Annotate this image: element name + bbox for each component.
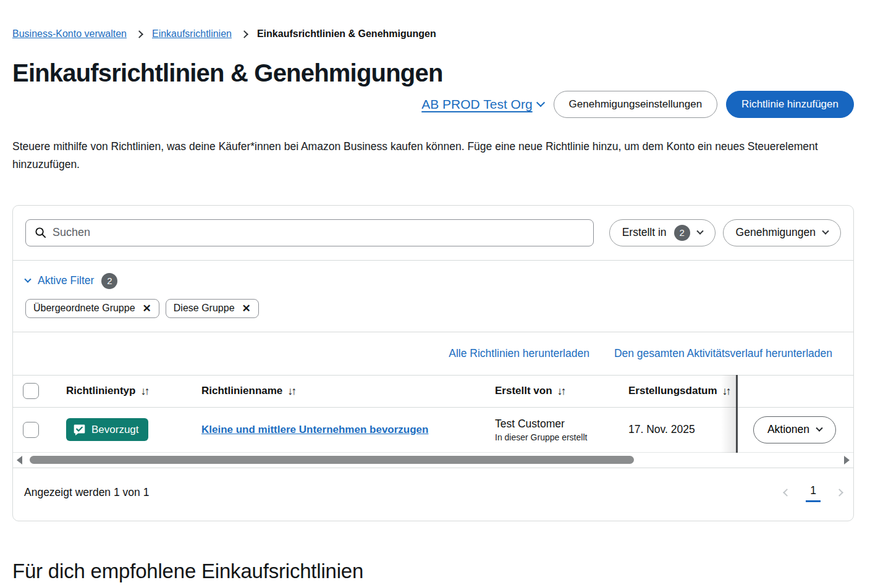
remove-filter-icon[interactable]: ✕: [242, 303, 251, 314]
filter-chip-label: Diese Gruppe: [174, 303, 235, 314]
policy-type-badge: Bevorzugt: [66, 418, 148, 441]
chevron-down-icon: [24, 275, 31, 282]
column-header-created-by[interactable]: Erstellt von ↓↑: [495, 385, 628, 398]
active-filters-toggle[interactable]: Aktive Filter 2: [25, 273, 117, 289]
page-number-current[interactable]: 1: [806, 483, 821, 502]
row-checkbox[interactable]: [23, 422, 39, 438]
header-checkbox-cell: [13, 383, 66, 399]
sort-icon[interactable]: ↓↑: [287, 385, 295, 398]
column-header-name[interactable]: Richtlinienname ↓↑: [201, 385, 495, 398]
pagination-row: Angezeigt werden 1 von 1 1: [13, 468, 853, 521]
column-header-label: Richtlinienname: [201, 385, 282, 397]
breadcrumb-link-business-account[interactable]: Business-Konto verwalten: [12, 28, 127, 40]
chevron-down-icon: [696, 227, 703, 234]
page-description: Steuere mithilfe von Richtlinien, was de…: [12, 138, 840, 174]
active-filters-label: Aktive Filter: [38, 274, 94, 287]
created-in-dropdown[interactable]: Erstellt in 2: [609, 219, 716, 246]
active-filters-section: Aktive Filter 2 Übergeordnete Gruppe ✕ D…: [13, 261, 853, 332]
policy-name-cell: Kleine und mittlere Unternehmen bevorzug…: [201, 424, 495, 436]
policy-type-cell: Bevorzugt: [66, 418, 201, 441]
policy-name-link[interactable]: Kleine und mittlere Unternehmen bevorzug…: [201, 424, 428, 435]
breadcrumb-separator-icon: [240, 30, 248, 38]
filter-chip-parent-group[interactable]: Übergeordnete Gruppe ✕: [25, 299, 159, 318]
remove-filter-icon[interactable]: ✕: [143, 303, 151, 314]
actions-cell: Aktionen: [736, 416, 853, 443]
active-filters-count-badge: 2: [101, 273, 117, 289]
org-selector-label: AB PROD Test Org: [421, 97, 532, 112]
scrollbar-track[interactable]: [25, 456, 842, 464]
created-in-label: Erstellt in: [622, 226, 667, 239]
created-by-cell: Test Customer In dieser Gruppe erstellt: [495, 418, 628, 442]
search-input[interactable]: [53, 226, 585, 239]
next-page-icon[interactable]: [835, 489, 843, 497]
chevron-down-icon: [816, 424, 822, 431]
created-date-cell: 17. Nov. 2025: [628, 408, 736, 452]
pager: 1: [784, 483, 842, 502]
scroll-right-arrow-icon[interactable]: [844, 456, 850, 464]
sort-icon[interactable]: ↓↑: [557, 385, 565, 398]
policies-card: Erstellt in 2 Genehmigungen Aktive Filte…: [12, 205, 854, 521]
column-header-created-date[interactable]: Erstellungsdatum ↓↑: [628, 376, 736, 407]
filter-chip-label: Übergeordnete Gruppe: [33, 303, 135, 314]
approval-settings-button[interactable]: Genehmigungseinstellungen: [554, 91, 718, 118]
created-by-name: Test Customer: [495, 418, 628, 430]
horizontal-scrollbar: [13, 453, 853, 468]
chevron-down-icon: [536, 98, 545, 107]
column-header-type[interactable]: Richtlinientyp ↓↑: [66, 385, 201, 398]
chevron-down-icon: [822, 227, 829, 234]
search-filter-row: Erstellt in 2 Genehmigungen: [13, 206, 853, 260]
created-in-count-badge: 2: [674, 225, 690, 241]
check-bubble-icon: [73, 423, 86, 436]
page-title: Einkaufsrichtlinien & Genehmigungen: [12, 59, 854, 87]
policy-type-badge-label: Bevorzugt: [91, 424, 139, 436]
select-all-checkbox[interactable]: [23, 383, 39, 399]
add-policy-button[interactable]: Richtlinie hinzufügen: [726, 91, 854, 118]
scrollbar-thumb[interactable]: [30, 456, 634, 464]
scroll-left-arrow-icon[interactable]: [17, 456, 22, 464]
sort-icon[interactable]: ↓↑: [140, 385, 148, 398]
approvals-dropdown[interactable]: Genehmigungen: [723, 219, 841, 246]
previous-page-icon[interactable]: [783, 489, 791, 497]
created-date-value: 17. Nov. 2025: [628, 423, 695, 436]
download-all-policies-link[interactable]: Alle Richtlinien herunterladen: [449, 347, 589, 360]
filter-dropdowns: Erstellt in 2 Genehmigungen: [609, 219, 841, 246]
sort-icon[interactable]: ↓↑: [722, 385, 730, 398]
download-activity-link[interactable]: Den gesamten Aktivitätsverlauf herunterl…: [614, 347, 832, 360]
breadcrumb: Business-Konto verwalten Einkaufsrichtli…: [12, 28, 854, 40]
search-input-wrapper: [25, 219, 594, 246]
page-container: Business-Konto verwalten Einkaufsrichtli…: [0, 28, 870, 583]
column-header-label: Erstellungsdatum: [628, 385, 717, 397]
pagination-summary: Angezeigt werden 1 von 1: [24, 486, 149, 499]
filter-chips: Übergeordnete Gruppe ✕ Diese Gruppe ✕: [25, 299, 841, 318]
row-checkbox-cell: [13, 422, 66, 438]
approvals-label: Genehmigungen: [736, 226, 816, 239]
table-row: Bevorzugt Kleine und mittlere Unternehme…: [13, 408, 853, 453]
breadcrumb-separator-icon: [135, 30, 143, 38]
header-controls: AB PROD Test Org Genehmigungseinstellung…: [12, 91, 854, 118]
org-selector[interactable]: AB PROD Test Org: [421, 97, 543, 112]
created-by-subtext: In dieser Gruppe erstellt: [495, 432, 628, 442]
column-header-label: Erstellt von: [495, 385, 552, 397]
column-header-label: Richtlinientyp: [66, 385, 135, 397]
row-actions-label: Aktionen: [767, 423, 809, 436]
policies-table: Richtlinientyp ↓↑ Richtlinienname ↓↑ Ers…: [13, 375, 853, 453]
row-actions-button[interactable]: Aktionen: [753, 416, 836, 443]
breadcrumb-link-purchasing-policies[interactable]: Einkaufsrichtlinien: [152, 28, 232, 40]
filter-chip-this-group[interactable]: Diese Gruppe ✕: [166, 299, 259, 318]
breadcrumb-current: Einkaufsrichtlinien & Genehmigungen: [257, 28, 436, 40]
search-icon: [35, 227, 46, 238]
download-links-row: Alle Richtlinien herunterladen Den gesam…: [13, 332, 853, 375]
recommended-section-title: Für dich empfohlene Einkaufsrichtlinien: [12, 560, 854, 583]
table-header-row: Richtlinientyp ↓↑ Richtlinienname ↓↑ Ers…: [13, 375, 853, 408]
